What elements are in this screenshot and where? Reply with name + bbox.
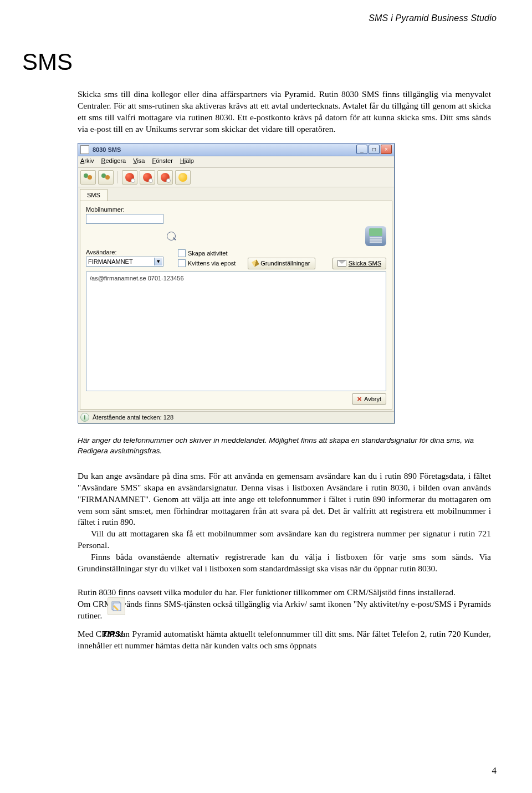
info-icon: i <box>80 413 89 422</box>
window-titlebar: 8030 SMS _ □ × <box>78 144 394 156</box>
window-title: 8030 SMS <box>93 146 356 154</box>
intro-paragraph: Skicka sms till dina kollegor eller dina… <box>78 89 491 135</box>
mobilnummer-label: Mobilnummer: <box>86 206 386 214</box>
close-icon: ✕ <box>357 395 362 403</box>
avsandare-select[interactable]: FIRMANAMNET ▾ <box>86 257 163 267</box>
close-button[interactable]: × <box>381 145 392 154</box>
app-icon <box>80 145 89 154</box>
phone-icon <box>365 226 386 246</box>
mobilnummer-input[interactable] <box>86 214 163 224</box>
toolbar-smiley-button[interactable] <box>175 170 191 185</box>
avsandare-value: FIRMANAMNET <box>88 258 133 265</box>
grundinstallningar-button[interactable]: Grundinställningar <box>248 258 315 269</box>
pencil-icon <box>252 259 259 267</box>
running-header: SMS i Pyramid Business Studio <box>55 12 497 24</box>
body-paragraph-5: Om CRM används finns SMS-tjänsten också … <box>78 598 491 622</box>
avbryt-button[interactable]: ✕Avbryt <box>352 393 386 405</box>
user-icon <box>84 173 93 181</box>
menu-redigera[interactable]: Redigera <box>101 157 126 164</box>
stop-icon <box>143 173 152 182</box>
checkbox-kvittens-epost[interactable]: Kvittens via epost <box>178 259 236 268</box>
sms-panel: Mobilnummer: Avsändare: FIRMANAMNET <box>80 201 392 410</box>
body-paragraph-1: Du kan ange avsändare på dina sms. För a… <box>78 470 491 529</box>
toolbar-stop2-button[interactable] <box>140 170 155 185</box>
message-value: /as@firmanamnet.se 0701-123456 <box>90 275 184 282</box>
body-paragraph-4: Rutin 8030 finns oavsett vilka moduler d… <box>78 587 491 598</box>
menu-fonster[interactable]: Fönster <box>152 157 173 164</box>
skicka-sms-button[interactable]: Skicka SMS <box>332 258 386 269</box>
page-number: 4 <box>492 765 497 777</box>
message-textarea[interactable]: /as@firmanamnet.se 0701-123456 <box>86 272 386 391</box>
avsandare-label: Avsändare: <box>86 248 163 257</box>
screenshot-caption: Här anger du telefonnummer och skriver i… <box>78 436 491 456</box>
stop-icon <box>161 173 170 182</box>
screenshot-8030-sms: 8030 SMS _ □ × Arkiv Redigera Visa Fönst… <box>78 143 395 423</box>
tips-paragraph: Med CRM kan Pyramid automatiskt hämta ak… <box>78 628 491 652</box>
minimize-button[interactable]: _ <box>356 145 367 154</box>
toolbar-stop3-button[interactable] <box>157 170 173 185</box>
toolbar-people-button[interactable] <box>98 170 114 185</box>
toolbar-user-button[interactable] <box>80 170 96 185</box>
menubar: Arkiv Redigera Visa Fönster Hjälp <box>78 156 394 168</box>
tips-label: TIPS! <box>102 628 123 639</box>
checkbox-skapa-aktivitet[interactable]: Skapa aktivitet <box>178 249 236 258</box>
mail-icon <box>337 260 346 267</box>
search-icon[interactable] <box>167 232 176 241</box>
toolbar-stop1-button[interactable] <box>122 170 137 185</box>
page-title: SMS <box>22 47 497 78</box>
toolbar <box>78 168 394 187</box>
stop-icon <box>125 173 134 182</box>
note-icon <box>108 597 125 615</box>
chevron-down-icon: ▾ <box>154 258 162 265</box>
menu-hjalp[interactable]: Hjälp <box>180 157 194 164</box>
smiley-icon <box>178 173 187 182</box>
menu-visa[interactable]: Visa <box>133 157 145 164</box>
maximize-button[interactable]: □ <box>369 145 380 154</box>
toolbar-separator <box>117 171 119 183</box>
body-paragraph-3: Finns båda ovanstående alternativ regist… <box>78 551 491 575</box>
statusbar: i Återstående antal tecken: 128 <box>78 411 394 423</box>
menu-arkiv[interactable]: Arkiv <box>80 157 94 164</box>
body-paragraph-2: Vill du att mottagaren ska få ett mobiln… <box>78 528 491 551</box>
status-text: Återstående antal tecken: 128 <box>93 413 173 422</box>
tab-sms[interactable]: SMS <box>80 189 108 201</box>
people-icon <box>101 173 110 181</box>
